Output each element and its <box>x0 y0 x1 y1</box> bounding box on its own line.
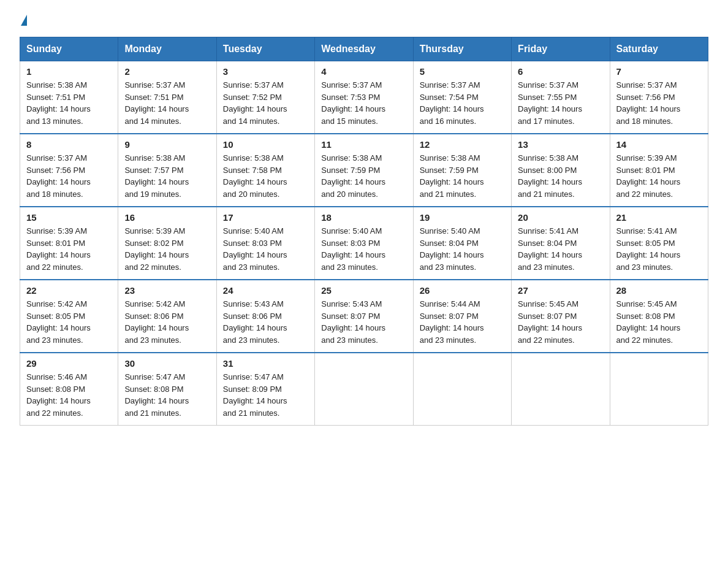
calendar-cell: 4 Sunrise: 5:37 AMSunset: 7:53 PMDayligh… <box>315 61 413 134</box>
day-number: 12 <box>420 139 505 150</box>
calendar-week-row: 29 Sunrise: 5:46 AMSunset: 8:08 PMDaylig… <box>20 353 708 426</box>
calendar-cell: 31 Sunrise: 5:47 AMSunset: 8:09 PMDaylig… <box>216 353 314 426</box>
day-info: Sunrise: 5:38 AMSunset: 7:51 PMDaylight:… <box>26 80 91 126</box>
day-number: 7 <box>616 66 702 77</box>
calendar-cell <box>610 353 708 426</box>
weekday-header-saturday: Saturday <box>610 37 708 61</box>
day-number: 26 <box>420 285 505 296</box>
calendar-cell <box>413 353 511 426</box>
calendar-cell: 15 Sunrise: 5:39 AMSunset: 8:01 PMDaylig… <box>20 207 118 280</box>
weekday-header-wednesday: Wednesday <box>315 37 413 61</box>
day-info: Sunrise: 5:44 AMSunset: 8:07 PMDaylight:… <box>420 299 484 345</box>
weekday-header-thursday: Thursday <box>413 37 511 61</box>
calendar-cell <box>315 353 413 426</box>
page-header <box>20 15 708 26</box>
calendar-cell: 22 Sunrise: 5:42 AMSunset: 8:05 PMDaylig… <box>20 280 118 353</box>
day-number: 21 <box>616 212 702 223</box>
calendar-cell: 13 Sunrise: 5:38 AMSunset: 8:00 PMDaylig… <box>512 134 610 207</box>
day-number: 19 <box>420 212 505 223</box>
calendar-cell: 2 Sunrise: 5:37 AMSunset: 7:51 PMDayligh… <box>118 61 216 134</box>
day-info: Sunrise: 5:38 AMSunset: 8:00 PMDaylight:… <box>518 153 582 199</box>
day-info: Sunrise: 5:41 AMSunset: 8:04 PMDaylight:… <box>518 226 582 272</box>
calendar-cell <box>512 353 610 426</box>
day-number: 14 <box>616 139 702 150</box>
day-info: Sunrise: 5:37 AMSunset: 7:53 PMDaylight:… <box>321 80 385 126</box>
logo-triangle-icon <box>21 15 27 26</box>
day-info: Sunrise: 5:42 AMSunset: 8:06 PMDaylight:… <box>124 299 189 345</box>
day-info: Sunrise: 5:39 AMSunset: 8:02 PMDaylight:… <box>124 226 189 272</box>
weekday-header-friday: Friday <box>512 37 610 61</box>
logo <box>20 15 27 26</box>
calendar-week-row: 8 Sunrise: 5:37 AMSunset: 7:56 PMDayligh… <box>20 134 708 207</box>
day-number: 5 <box>420 66 505 77</box>
day-info: Sunrise: 5:42 AMSunset: 8:05 PMDaylight:… <box>26 299 91 345</box>
day-info: Sunrise: 5:38 AMSunset: 7:59 PMDaylight:… <box>420 153 484 199</box>
day-info: Sunrise: 5:45 AMSunset: 8:07 PMDaylight:… <box>518 299 582 345</box>
day-number: 9 <box>124 139 210 150</box>
day-info: Sunrise: 5:37 AMSunset: 7:56 PMDaylight:… <box>616 80 681 126</box>
calendar-cell: 9 Sunrise: 5:38 AMSunset: 7:57 PMDayligh… <box>118 134 216 207</box>
day-info: Sunrise: 5:39 AMSunset: 8:01 PMDaylight:… <box>26 226 91 272</box>
weekday-header-monday: Monday <box>118 37 216 61</box>
calendar-cell: 29 Sunrise: 5:46 AMSunset: 8:08 PMDaylig… <box>20 353 118 426</box>
calendar-cell: 1 Sunrise: 5:38 AMSunset: 7:51 PMDayligh… <box>20 61 118 134</box>
calendar-cell: 14 Sunrise: 5:39 AMSunset: 8:01 PMDaylig… <box>610 134 708 207</box>
day-info: Sunrise: 5:37 AMSunset: 7:56 PMDaylight:… <box>26 153 91 199</box>
day-number: 16 <box>124 212 210 223</box>
day-number: 8 <box>26 139 112 150</box>
day-number: 31 <box>223 358 308 369</box>
calendar-table: SundayMondayTuesdayWednesdayThursdayFrid… <box>20 37 708 426</box>
day-number: 30 <box>124 358 210 369</box>
calendar-cell: 25 Sunrise: 5:43 AMSunset: 8:07 PMDaylig… <box>315 280 413 353</box>
calendar-cell: 5 Sunrise: 5:37 AMSunset: 7:54 PMDayligh… <box>413 61 511 134</box>
day-info: Sunrise: 5:40 AMSunset: 8:03 PMDaylight:… <box>321 226 385 272</box>
day-info: Sunrise: 5:38 AMSunset: 7:59 PMDaylight:… <box>321 153 385 199</box>
day-number: 28 <box>616 285 702 296</box>
calendar-cell: 24 Sunrise: 5:43 AMSunset: 8:06 PMDaylig… <box>216 280 314 353</box>
calendar-cell: 12 Sunrise: 5:38 AMSunset: 7:59 PMDaylig… <box>413 134 511 207</box>
day-number: 27 <box>518 285 603 296</box>
day-number: 10 <box>223 139 308 150</box>
day-number: 25 <box>321 285 406 296</box>
day-info: Sunrise: 5:43 AMSunset: 8:06 PMDaylight:… <box>223 299 287 345</box>
weekday-header-tuesday: Tuesday <box>216 37 314 61</box>
day-number: 1 <box>26 66 112 77</box>
calendar-week-row: 15 Sunrise: 5:39 AMSunset: 8:01 PMDaylig… <box>20 207 708 280</box>
calendar-cell: 28 Sunrise: 5:45 AMSunset: 8:08 PMDaylig… <box>610 280 708 353</box>
calendar-cell: 6 Sunrise: 5:37 AMSunset: 7:55 PMDayligh… <box>512 61 610 134</box>
day-number: 13 <box>518 139 603 150</box>
day-number: 22 <box>26 285 112 296</box>
calendar-week-row: 1 Sunrise: 5:38 AMSunset: 7:51 PMDayligh… <box>20 61 708 134</box>
calendar-cell: 8 Sunrise: 5:37 AMSunset: 7:56 PMDayligh… <box>20 134 118 207</box>
day-number: 6 <box>518 66 603 77</box>
day-number: 4 <box>321 66 406 77</box>
calendar-cell: 11 Sunrise: 5:38 AMSunset: 7:59 PMDaylig… <box>315 134 413 207</box>
day-info: Sunrise: 5:47 AMSunset: 8:09 PMDaylight:… <box>223 372 287 418</box>
calendar-cell: 3 Sunrise: 5:37 AMSunset: 7:52 PMDayligh… <box>216 61 314 134</box>
day-info: Sunrise: 5:37 AMSunset: 7:54 PMDaylight:… <box>420 80 484 126</box>
day-info: Sunrise: 5:43 AMSunset: 8:07 PMDaylight:… <box>321 299 385 345</box>
day-info: Sunrise: 5:40 AMSunset: 8:04 PMDaylight:… <box>420 226 484 272</box>
day-number: 29 <box>26 358 112 369</box>
day-number: 24 <box>223 285 308 296</box>
calendar-cell: 20 Sunrise: 5:41 AMSunset: 8:04 PMDaylig… <box>512 207 610 280</box>
day-info: Sunrise: 5:38 AMSunset: 7:57 PMDaylight:… <box>124 153 189 199</box>
weekday-header-row: SundayMondayTuesdayWednesdayThursdayFrid… <box>20 37 708 61</box>
day-info: Sunrise: 5:38 AMSunset: 7:58 PMDaylight:… <box>223 153 287 199</box>
day-number: 18 <box>321 212 406 223</box>
day-number: 20 <box>518 212 603 223</box>
calendar-cell: 30 Sunrise: 5:47 AMSunset: 8:08 PMDaylig… <box>118 353 216 426</box>
day-info: Sunrise: 5:47 AMSunset: 8:08 PMDaylight:… <box>124 372 189 418</box>
day-info: Sunrise: 5:39 AMSunset: 8:01 PMDaylight:… <box>616 153 681 199</box>
calendar-cell: 21 Sunrise: 5:41 AMSunset: 8:05 PMDaylig… <box>610 207 708 280</box>
calendar-week-row: 22 Sunrise: 5:42 AMSunset: 8:05 PMDaylig… <box>20 280 708 353</box>
calendar-cell: 7 Sunrise: 5:37 AMSunset: 7:56 PMDayligh… <box>610 61 708 134</box>
weekday-header-sunday: Sunday <box>20 37 118 61</box>
day-number: 11 <box>321 139 406 150</box>
day-number: 2 <box>124 66 210 77</box>
day-info: Sunrise: 5:37 AMSunset: 7:52 PMDaylight:… <box>223 80 287 126</box>
day-info: Sunrise: 5:41 AMSunset: 8:05 PMDaylight:… <box>616 226 681 272</box>
day-number: 23 <box>124 285 210 296</box>
calendar-cell: 27 Sunrise: 5:45 AMSunset: 8:07 PMDaylig… <box>512 280 610 353</box>
calendar-cell: 18 Sunrise: 5:40 AMSunset: 8:03 PMDaylig… <box>315 207 413 280</box>
